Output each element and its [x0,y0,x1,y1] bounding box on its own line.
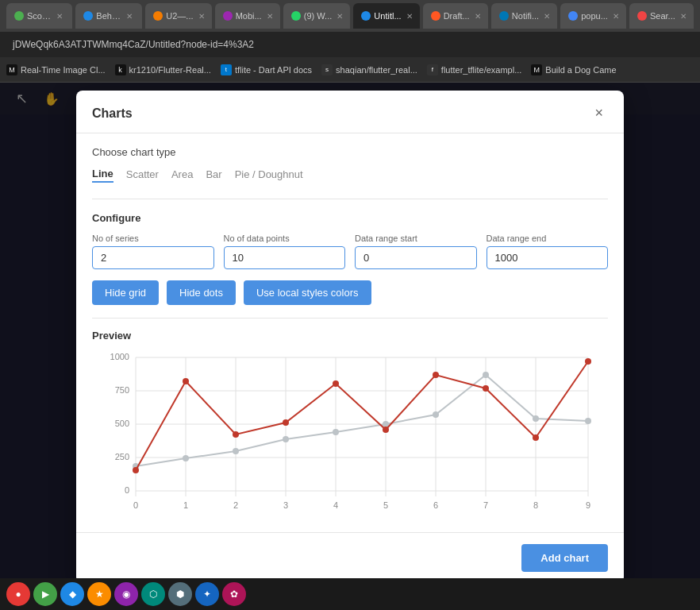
s1-dot-8 [533,434,539,441]
chart-type-line[interactable]: Line [92,166,113,183]
modal-header: Charts × [76,91,624,133]
taskbar-icon-purple[interactable]: ◉ [114,582,138,606]
s2-dot-6 [433,411,439,418]
tab-draft[interactable]: Draft... ✕ [423,3,488,29]
s2-dot-1 [183,455,189,461]
rangestart-input[interactable] [355,246,477,269]
svg-text:0: 0 [133,500,138,510]
bookmark-label: flutter_tflite/exampl... [441,65,522,75]
hide-grid-button[interactable]: Hide grid [92,280,159,305]
s2-dot-4 [333,429,339,435]
s2-dot-3 [283,436,289,442]
s2-dot-9 [585,418,591,424]
field-datapoints-label: No of data points [224,234,346,243]
s1-dot-6 [433,372,439,378]
tab-close-mobi[interactable]: ✕ [265,11,275,21]
modal-close-button[interactable]: × [590,103,608,123]
bookmark-label: kr1210/Flutter-Real... [129,65,211,75]
modal-footer: Add chart [76,532,624,578]
tab-scoo[interactable]: Scoo... ✕ [6,3,72,29]
chart-type-scatter[interactable]: Scatter [126,166,159,183]
datapoints-input[interactable] [224,246,346,269]
chart-type-section: Choose chart type Line Scatter Area Bar … [92,146,608,183]
taskbar-icon-blue[interactable]: ◆ [60,582,84,606]
tab-whatsapp[interactable]: (9) W... ✕ [283,3,351,29]
tab-untitled[interactable]: Untitl... ✕ [353,3,419,29]
bookmark-shaqian[interactable]: s shaqian/flutter_real... [321,64,417,75]
s2-dot-2 [233,448,239,454]
svg-text:500: 500 [115,419,129,428]
tab-close-untitled[interactable]: ✕ [405,11,414,21]
configure-title: Configure [92,212,608,224]
preview-section: Preview [92,318,608,524]
bookmark-dog[interactable]: M Build a Dog Came [531,64,616,75]
taskbar-icon-orange[interactable]: ★ [87,582,111,606]
tab-beha[interactable]: Beha... ✕ [75,3,142,29]
config-buttons: Hide grid Hide dots Use local styles col… [92,280,608,305]
config-fields: No of series No of data points Data rang… [92,234,608,269]
chart-type-area[interactable]: Area [171,166,193,183]
chart-type-pie[interactable]: Pie / Doughnut [235,166,303,183]
svg-text:2: 2 [233,500,238,510]
tab-sear[interactable]: Sear... ✕ [629,3,694,29]
svg-text:6: 6 [433,500,438,510]
series-input[interactable] [92,246,214,269]
bookmark-flutter[interactable]: k kr1210/Flutter-Real... [115,64,211,75]
tab-close-beha[interactable]: ✕ [125,11,134,21]
svg-text:3: 3 [283,500,288,510]
taskbar-icon-red[interactable]: ● [6,582,30,606]
use-local-styles-button[interactable]: Use local styles colors [244,280,371,305]
tab-close-sear[interactable]: ✕ [679,11,688,21]
tab-close-popu[interactable]: ✕ [611,11,621,21]
field-datapoints: No of data points [224,234,346,269]
tab-close-whatsapp[interactable]: ✕ [335,11,344,21]
configure-section: Configure No of series No of data points… [92,199,608,305]
tab-popu[interactable]: popu... ✕ [560,3,626,29]
s1-dot-1 [183,378,189,384]
field-rangeend-label: Data range end [487,234,609,243]
address-bar[interactable]: jDWeQqk6A3ATJTWMmq4CaZ/Untitled?node-id=… [0,32,700,57]
bookmarks-bar: M Real-Time Image Cl... k kr1210/Flutter… [0,57,700,83]
svg-text:250: 250 [115,452,129,461]
browser-tabs: Scoo... ✕ Beha... ✕ U2—... ✕ Mobi... ✕ (… [0,0,700,32]
tab-close-notifi[interactable]: ✕ [542,11,552,21]
tab-close-draft[interactable]: ✕ [473,11,483,21]
tab-mobi[interactable]: Mobi... ✕ [215,3,280,29]
rangeend-input[interactable] [487,246,609,269]
s2-dot-7 [483,372,489,378]
svg-text:750: 750 [115,385,129,395]
taskbar-icon-teal[interactable]: ⬡ [141,582,165,606]
field-rangeend: Data range end [487,234,609,269]
chart-container: 1000 750 500 250 0 0 1 2 3 4 5 [92,349,608,524]
field-rangestart-label: Data range start [355,234,477,243]
svg-text:9: 9 [586,500,590,510]
chart-type-bar[interactable]: Bar [206,166,221,183]
main-content: ↖ ✋ 🔔 Charts × Choose chart type Line Sc… [0,83,700,578]
field-series-label: No of series [92,234,214,243]
field-series: No of series [92,234,214,269]
tab-close-u2[interactable]: ✕ [197,11,206,21]
s1-dot-9 [585,358,591,365]
bookmark-label: tflite - Dart API docs [235,65,312,75]
bookmark-realtime[interactable]: M Real-Time Image Cl... [6,64,106,75]
svg-text:8: 8 [533,500,538,510]
add-chart-button[interactable]: Add chart [521,544,608,572]
s1-dot-2 [233,431,239,438]
field-rangestart: Data range start [355,234,477,269]
hide-dots-button[interactable]: Hide dots [167,280,236,305]
s1-dot-0 [133,467,139,473]
bookmark-tflite[interactable]: t tflite - Dart API docs [221,64,312,75]
modal-overlay: Charts × Choose chart type Line Scatter … [0,83,700,578]
taskbar-icon-pink[interactable]: ✿ [222,582,246,606]
taskbar-icon-darkblue[interactable]: ✦ [195,582,219,606]
s1-dot-5 [383,427,389,433]
taskbar-icon-gray[interactable]: ⬢ [168,582,192,606]
tab-notifi[interactable]: Notifi... ✕ [491,3,557,29]
bookmark-flutter2[interactable]: f flutter_tflite/exampl... [427,64,522,75]
taskbar-icon-green[interactable]: ▶ [33,582,57,606]
tab-close-scoo[interactable]: ✕ [55,11,64,21]
modal-body: Choose chart type Line Scatter Area Bar … [76,133,624,532]
tab-u2[interactable]: U2—... ✕ [145,3,211,29]
s1-dot-3 [283,419,289,426]
taskbar: ● ▶ ◆ ★ ◉ ⬡ ⬢ ✦ ✿ [0,578,700,610]
